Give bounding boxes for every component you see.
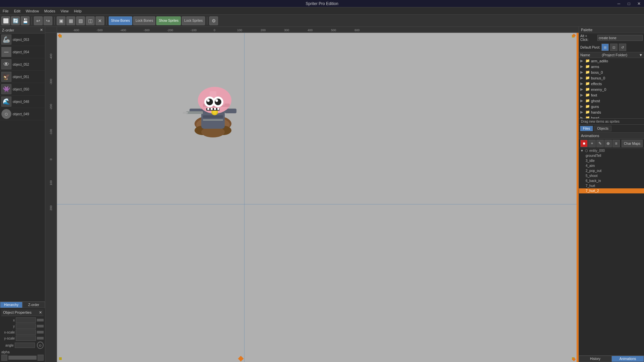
list-item[interactable]: ○ object_049: [0, 108, 45, 120]
obj-name: object_050: [13, 87, 29, 91]
anim-item[interactable]: 7_hurt: [579, 183, 644, 188]
list-item[interactable]: ─ object_054: [0, 46, 45, 58]
anim-btn2[interactable]: ✎: [596, 140, 604, 147]
tool5[interactable]: ✕: [96, 16, 104, 25]
lock-sprites-btn[interactable]: Lock Sprites: [182, 16, 205, 25]
ruler-svg: -600 -500 -400 -300 -200 -100 0 100 200 …: [57, 27, 579, 33]
char-maps-tab[interactable]: Char Maps: [622, 140, 643, 147]
project-folder-col: (Project Folder): [602, 53, 627, 57]
expand-icon: ▶: [580, 81, 584, 86]
menu-modes[interactable]: Modes: [42, 8, 58, 14]
save-btn[interactable]: 💾: [21, 16, 30, 25]
anim-stop-btn[interactable]: ■: [580, 140, 588, 147]
obj-name: object_054: [13, 50, 29, 54]
minimize-btn[interactable]: ─: [614, 0, 624, 7]
palette-row: Alt + Click:: [579, 33, 644, 43]
tree-item[interactable]: ▶ 📁 boss_0: [579, 69, 644, 75]
pivot-btn-3[interactable]: ↺: [619, 44, 626, 51]
tab-hierarchy[interactable]: Hierarchy: [0, 302, 22, 308]
obj-thumb: 👾: [1, 84, 11, 94]
folder-icon: 📁: [585, 99, 590, 103]
lock-bones-btn[interactable]: Lock Bones: [133, 16, 155, 25]
close-props-icon[interactable]: ✕: [39, 310, 42, 315]
tree-item[interactable]: ▶ 📁 head: [579, 115, 644, 118]
anim-item[interactable]: groundTell: [579, 153, 644, 158]
undo-btn[interactable]: ↩: [34, 16, 43, 25]
settings-btn[interactable]: ⚙: [209, 16, 218, 25]
canvas-viewport[interactable]: [57, 33, 577, 362]
tree-item[interactable]: ▶ 📁 guns: [579, 104, 644, 109]
right-panel: Palette Alt + Click: Default Pivot: ⊞ ⊡ …: [579, 27, 644, 362]
create-bone-input[interactable]: [597, 35, 643, 41]
tree-item[interactable]: ▶ 📁 hands: [579, 109, 644, 115]
tab-files[interactable]: Files: [580, 126, 593, 131]
prop-angle-input[interactable]: [15, 343, 35, 348]
folder-icon: 📁: [585, 76, 590, 80]
alpha-slider[interactable]: [8, 356, 37, 360]
angle-wheel[interactable]: ○: [37, 342, 44, 349]
list-item[interactable]: 🦾 object_053: [0, 34, 45, 46]
redo-btn[interactable]: ↪: [44, 16, 52, 25]
close-z-icon[interactable]: ✕: [40, 28, 43, 32]
anim-item[interactable]: 6_back_in: [579, 178, 644, 183]
tree-item[interactable]: ▶ 📁 feet: [579, 92, 644, 98]
tab-objects[interactable]: Objects: [594, 126, 611, 131]
anim-item-active[interactable]: 7_hurt_2: [579, 188, 644, 193]
prop-xscale-input[interactable]: [16, 329, 36, 335]
alt-click-label: Alt + Click:: [580, 34, 596, 42]
menu-file[interactable]: File: [0, 8, 11, 14]
anim-item[interactable]: 5_shoot: [579, 173, 644, 178]
open-btn[interactable]: 🔄: [11, 16, 20, 25]
anim-btn4[interactable]: ≡: [612, 140, 620, 147]
pivot-btn-1[interactable]: ⊞: [601, 44, 609, 51]
tree-item[interactable]: ▶ 📁 enemy_0: [579, 86, 644, 92]
entity-item[interactable]: ▼ ⬡ entity_000: [579, 148, 644, 153]
tree-item[interactable]: ▶ 📁 effects: [579, 81, 644, 86]
tab-animations[interactable]: Animations: [611, 356, 644, 362]
prop-x-input[interactable]: [16, 317, 36, 323]
new-btn[interactable]: ⬜: [1, 16, 10, 25]
prop-y-slider[interactable]: [37, 325, 44, 327]
list-item[interactable]: 🌊 object_048: [0, 96, 45, 108]
expand-icon: ▶: [580, 99, 584, 103]
anim-item[interactable]: 4_aim: [579, 163, 644, 168]
obj-name: object_051: [13, 75, 29, 79]
anim-btn1[interactable]: +: [588, 140, 596, 147]
menu-edit[interactable]: Edit: [11, 8, 23, 14]
collapse-btn[interactable]: ▼: [639, 53, 643, 57]
show-sprites-btn[interactable]: Show Sprites: [156, 16, 181, 25]
tool4[interactable]: ◫: [86, 16, 95, 25]
menu-window[interactable]: Window: [23, 8, 42, 14]
tool1[interactable]: ▣: [57, 16, 65, 25]
prop-xscale-slider[interactable]: [37, 331, 44, 334]
close-btn[interactable]: ✕: [634, 0, 644, 7]
pivot-btn-2[interactable]: ⊡: [610, 44, 618, 51]
list-item[interactable]: 🦅 object_051: [0, 71, 45, 83]
tool3[interactable]: ▨: [76, 16, 85, 25]
tree-item[interactable]: ▶ 📁 bunus_0: [579, 75, 644, 81]
tool2[interactable]: ▦: [66, 16, 75, 25]
menu-help[interactable]: Help: [71, 8, 85, 14]
tab-history[interactable]: History: [579, 356, 611, 362]
tab-z-order[interactable]: Z-order: [22, 302, 45, 308]
prop-angle: angle ○: [1, 342, 44, 349]
show-bones-btn[interactable]: Show Bones: [109, 16, 132, 25]
tree-item[interactable]: ▶ 📁 arm_adillo: [579, 58, 644, 64]
anim-btn3[interactable]: ⊕: [604, 140, 612, 147]
maximize-btn[interactable]: □: [624, 0, 634, 7]
anim-item[interactable]: 2_pop_out: [579, 168, 644, 173]
list-item[interactable]: 👁 object_052: [0, 58, 45, 71]
list-item[interactable]: 👾 object_050: [0, 83, 45, 96]
prop-x-slider[interactable]: [37, 319, 44, 321]
menu-view[interactable]: View: [58, 8, 71, 14]
tree-item[interactable]: ▶ 📁 arms: [579, 64, 644, 69]
tree-item[interactable]: ▶ 📁 ghost: [579, 98, 644, 104]
window-controls[interactable]: ─ □ ✕: [614, 0, 644, 7]
prop-yscale-input[interactable]: [16, 336, 36, 341]
anim-item[interactable]: 3_idle: [579, 158, 644, 163]
obj-name: object_049: [13, 112, 29, 116]
svg-rect-51: [207, 108, 209, 110]
timeline-anchor[interactable]: [238, 356, 244, 362]
prop-yscale-slider[interactable]: [37, 337, 44, 340]
prop-y-input[interactable]: [16, 323, 36, 329]
